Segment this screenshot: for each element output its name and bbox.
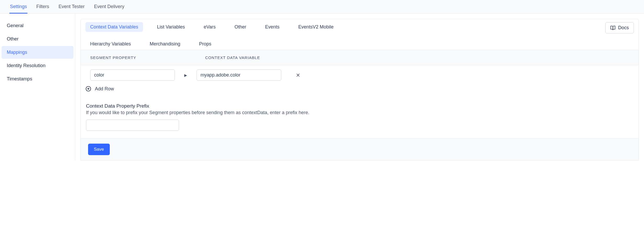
pill-list-variables[interactable]: List Variables bbox=[152, 22, 190, 32]
context-data-variable-input[interactable] bbox=[197, 69, 281, 81]
pill-hierarchy-variables[interactable]: Hierarchy Variables bbox=[85, 39, 136, 49]
sidebar-item-other[interactable]: Other bbox=[2, 33, 73, 45]
pill-other[interactable]: Other bbox=[230, 22, 251, 32]
pill-evars[interactable]: eVars bbox=[199, 22, 220, 32]
add-row-button[interactable]: Add Row bbox=[81, 83, 639, 98]
mappings-panel: Context Data Variables List Variables eV… bbox=[80, 19, 639, 161]
pill-events[interactable]: Events bbox=[260, 22, 284, 32]
mapping-row: ▶ ✕ bbox=[81, 65, 639, 83]
prefix-title: Context Data Property Prefix bbox=[86, 103, 633, 109]
remove-row-button[interactable]: ✕ bbox=[294, 71, 302, 79]
pill-props[interactable]: Props bbox=[194, 39, 216, 49]
top-tabs: Settings Filters Event Tester Event Deli… bbox=[0, 0, 644, 14]
docs-button[interactable]: Docs bbox=[605, 22, 634, 33]
plus-circle-icon bbox=[85, 86, 91, 92]
prefix-input[interactable] bbox=[86, 120, 179, 131]
pill-context-data-variables[interactable]: Context Data Variables bbox=[85, 22, 143, 32]
pill-eventsv2-mobile[interactable]: EventsV2 Mobile bbox=[294, 22, 338, 32]
save-button[interactable]: Save bbox=[88, 144, 110, 155]
segment-property-header: SEGMENT PROPERTY bbox=[90, 55, 184, 60]
tab-event-tester[interactable]: Event Tester bbox=[58, 0, 85, 14]
panel-header: Context Data Variables List Variables eV… bbox=[81, 19, 639, 50]
sidebar-item-timestamps[interactable]: Timestamps bbox=[2, 73, 73, 85]
close-icon: ✕ bbox=[296, 72, 300, 78]
book-icon bbox=[610, 25, 616, 31]
docs-label: Docs bbox=[618, 25, 629, 31]
sidebar-item-identity-resolution[interactable]: Identity Resolution bbox=[2, 59, 73, 72]
segment-property-input[interactable] bbox=[90, 69, 175, 81]
tab-event-delivery[interactable]: Event Delivery bbox=[94, 0, 125, 14]
arrow-right-icon: ▶ bbox=[184, 73, 187, 77]
mapping-type-tabs: Context Data Variables List Variables eV… bbox=[85, 22, 373, 49]
sidebar-item-general[interactable]: General bbox=[2, 19, 73, 32]
prefix-section: Context Data Property Prefix If you woul… bbox=[81, 98, 639, 138]
sidebar-item-mappings[interactable]: Mappings bbox=[2, 46, 73, 59]
tab-settings[interactable]: Settings bbox=[9, 0, 27, 14]
footer-bar: Save bbox=[81, 138, 639, 160]
prefix-description: If you would like to prefix your Segment… bbox=[86, 110, 633, 115]
sidebar: General Other Mappings Identity Resoluti… bbox=[0, 14, 75, 161]
context-data-variable-header: CONTEXT DATA VARIABLE bbox=[205, 55, 260, 60]
add-row-label: Add Row bbox=[95, 86, 114, 92]
column-headers: SEGMENT PROPERTY CONTEXT DATA VARIABLE bbox=[81, 50, 639, 65]
tab-filters[interactable]: Filters bbox=[36, 0, 50, 14]
pill-merchandising[interactable]: Merchandising bbox=[145, 39, 185, 49]
main-content: Context Data Variables List Variables eV… bbox=[75, 14, 644, 161]
